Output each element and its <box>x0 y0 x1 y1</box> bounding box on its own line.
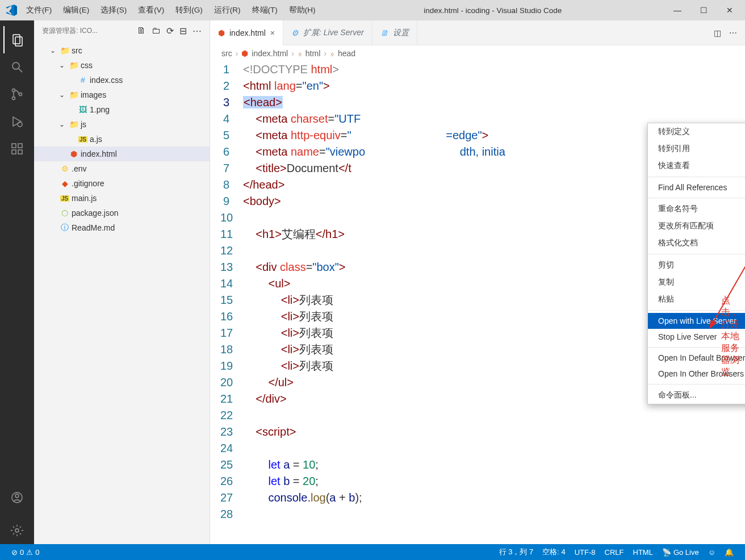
svg-rect-9 <box>12 150 16 154</box>
sidebar-header: 资源管理器: ICO... 🗎 🗀 ⟳ ⊟ ⋯ <box>34 20 210 41</box>
tree-file-mainjs[interactable]: JSmain.js <box>34 191 210 206</box>
tree-folder-images[interactable]: ⌄📁images <box>34 87 210 102</box>
activity-search[interactable] <box>3 53 31 81</box>
collapse-icon[interactable]: ⊟ <box>179 26 187 36</box>
tabbar: ⬢index.html× ⚙扩展: Live Server 🗎设置 ◫⋯ <box>210 20 745 45</box>
gear-icon: 🗎 <box>380 28 388 37</box>
context-menu-item[interactable]: 复制Ctrl+C <box>648 274 745 291</box>
menu-file[interactable]: 文件(F) <box>20 3 57 18</box>
activity-settings[interactable] <box>3 517 31 544</box>
env-icon: ⚙ <box>59 164 70 173</box>
status-errors[interactable]: ⊘0 ⚠0 <box>7 548 44 557</box>
activity-source-control[interactable] <box>3 81 31 108</box>
breadcrumb-item[interactable]: head <box>338 49 355 58</box>
menu-help[interactable]: 帮助(H) <box>283 3 321 18</box>
status-encoding[interactable]: UTF-8 <box>570 547 600 557</box>
svg-point-6 <box>19 93 22 96</box>
tree-folder-src[interactable]: ⌄📁src <box>34 43 210 58</box>
menu-run[interactable]: 运行(R) <box>208 3 246 18</box>
status-eol[interactable]: CRLF <box>600 547 629 557</box>
folder-icon: 📁 <box>59 46 70 55</box>
menu-select[interactable]: 选择(S) <box>95 3 132 18</box>
context-menu-item[interactable]: 剪切Ctrl+X <box>648 257 745 274</box>
status-language[interactable]: HTML <box>629 547 658 557</box>
tree-file-readme[interactable]: ⓘReadMe.md <box>34 220 210 235</box>
element-icon: ⬨ <box>298 49 302 58</box>
context-menu-item[interactable]: 更改所有匹配项Ctrl+F2 <box>648 218 745 235</box>
svg-point-7 <box>18 122 22 127</box>
split-editor-icon[interactable]: ◫ <box>714 28 721 37</box>
menu-goto[interactable]: 转到(G) <box>170 3 208 18</box>
tree-folder-js[interactable]: ⌄📁js <box>34 117 210 132</box>
folder-icon: 📁 <box>68 61 79 70</box>
tab-settings[interactable]: 🗎设置 <box>372 20 417 45</box>
tree-file-gitignore[interactable]: ◆.gitignore <box>34 176 210 191</box>
context-menu-item[interactable]: 格式化文档Shift+Alt+F <box>648 235 745 252</box>
folder-icon: 📁 <box>68 120 79 129</box>
context-menu-item[interactable]: 转到引用Shift+F12 <box>648 140 745 157</box>
gear-icon: ⚙ <box>291 28 299 37</box>
more-icon[interactable]: ⋯ <box>192 26 202 36</box>
status-feedback-icon[interactable]: ☺ <box>704 547 720 557</box>
svg-point-14 <box>15 529 19 532</box>
tab-indexhtml[interactable]: ⬢index.html× <box>210 20 283 45</box>
window-maximize[interactable]: ☐ <box>690 0 717 20</box>
new-file-icon[interactable]: 🗎 <box>137 26 146 36</box>
context-menu-label: Find All References <box>658 183 727 192</box>
tree-file-indexcss[interactable]: #index.css <box>34 73 210 87</box>
svg-rect-0 <box>13 35 20 44</box>
element-icon: ⬨ <box>330 49 334 58</box>
status-golive[interactable]: 📡 Go Live <box>658 547 704 557</box>
activity-accounts[interactable] <box>3 484 31 511</box>
context-menu-item[interactable]: 转到定义F12 <box>648 123 745 140</box>
svg-rect-1 <box>15 37 22 46</box>
vscode-logo <box>2 1 20 19</box>
css-icon: # <box>77 76 89 85</box>
annotation-text: 点击，打开本地服务器浏览 <box>721 295 745 378</box>
context-menu-label: 更改所有匹配项 <box>658 221 714 231</box>
activity-run-debug[interactable] <box>3 108 31 135</box>
context-menu-label: Stop Live Server <box>658 332 717 341</box>
tab-liveserver[interactable]: ⚙扩展: Live Server <box>283 20 372 45</box>
tree-file-packagejson[interactable]: ⬡package.json <box>34 206 210 220</box>
svg-line-3 <box>19 69 22 72</box>
context-menu-separator <box>648 177 745 177</box>
menu-edit[interactable]: 编辑(E) <box>57 3 95 18</box>
tree-file-indexhtml[interactable]: ⬢index.html <box>34 147 210 161</box>
status-cursor-position[interactable]: 行 3，列 7 <box>495 547 538 557</box>
context-menu-item[interactable]: 命令面板...Ctrl+Shift+P <box>648 387 745 404</box>
window-close[interactable]: ✕ <box>717 0 743 20</box>
status-bell-icon[interactable]: 🔔 <box>720 547 738 557</box>
menu-view[interactable]: 查看(V) <box>132 3 170 18</box>
activity-extensions[interactable] <box>3 135 31 162</box>
breadcrumb-item[interactable]: html <box>305 49 320 58</box>
image-icon: 🖼 <box>77 105 89 114</box>
close-icon[interactable]: × <box>270 28 275 37</box>
context-menu-item[interactable]: 重命名符号F2 <box>648 200 745 218</box>
context-menu-item[interactable]: 快速查看› <box>648 157 745 174</box>
refresh-icon[interactable]: ⟳ <box>166 26 174 36</box>
context-menu-item[interactable]: Find All ReferencesShift+Alt+F12 <box>648 179 745 195</box>
context-menu-separator <box>648 254 745 254</box>
context-menu-separator <box>648 198 745 198</box>
window-minimize[interactable]: — <box>664 0 690 20</box>
activity-explorer[interactable] <box>3 26 31 53</box>
tree-file-1png[interactable]: 🖼1.png <box>34 102 210 117</box>
context-menu-label: 剪切 <box>658 260 674 270</box>
new-folder-icon[interactable]: 🗀 <box>152 26 161 36</box>
more-actions-icon[interactable]: ⋯ <box>729 28 737 37</box>
context-menu-label: 复制 <box>658 277 674 287</box>
html5-icon: ⬢ <box>218 28 225 37</box>
tree-file-env[interactable]: ⚙.env <box>34 161 210 176</box>
svg-rect-10 <box>18 150 22 154</box>
breadcrumb[interactable]: src› ⬢index.html› ⬨html› ⬨head <box>210 45 745 61</box>
breadcrumb-item[interactable]: index.html <box>252 49 288 58</box>
tree-file-ajs[interactable]: JSa.js <box>34 132 210 147</box>
breadcrumb-item[interactable]: src <box>221 49 232 58</box>
tree-folder-css[interactable]: ⌄📁css <box>34 58 210 73</box>
svg-point-4 <box>12 89 15 92</box>
context-menu-label: 粘贴 <box>658 294 674 304</box>
menu-terminal[interactable]: 终端(T) <box>246 3 283 18</box>
window-title: index.html - icoding - Visual Studio Cod… <box>321 6 665 15</box>
status-spaces[interactable]: 空格: 4 <box>538 547 570 557</box>
